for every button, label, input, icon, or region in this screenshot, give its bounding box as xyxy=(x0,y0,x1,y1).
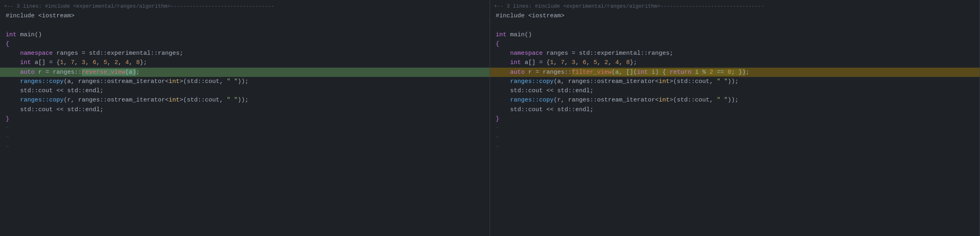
code-line-1 xyxy=(490,21,980,30)
code-line-9: ranges::copy(r, ranges::ostream_iterator… xyxy=(490,95,980,105)
code-line-2: int main() xyxy=(0,30,490,39)
left-diff-header: +-- 3 lines: #include <experimental/rang… xyxy=(0,2,490,11)
code-line-13: ~ xyxy=(0,133,490,142)
code-line-4: namespace ranges = std::experimental::ra… xyxy=(490,49,980,58)
code-line-5: int a[] = {1, 7, 3, 6, 5, 2, 4, 8}; xyxy=(0,58,490,67)
code-line-2: int main() xyxy=(490,30,980,39)
right-diff-header: +-- 3 lines: #include <experimental/rang… xyxy=(490,2,980,11)
left-pane: +-- 3 lines: #include <experimental/rang… xyxy=(0,0,490,236)
code-line-9: ranges::copy(r, ranges::ostream_iterator… xyxy=(0,95,490,105)
code-line-13: ~ xyxy=(490,133,980,142)
code-line-10: std::cout << std::endl; xyxy=(490,105,980,114)
code-line-6: auto r = ranges::filter_view(a, [](int i… xyxy=(490,68,980,77)
code-line-8: std::cout << std::endl; xyxy=(490,86,980,95)
code-line-1 xyxy=(0,21,490,30)
code-line-7: ranges::copy(a, ranges::ostream_iterator… xyxy=(0,77,490,86)
code-line-0: #include <iostream> xyxy=(490,11,980,21)
code-line-8: std::cout << std::endl; xyxy=(0,86,490,95)
code-line-3: { xyxy=(490,39,980,49)
code-line-4: namespace ranges = std::experimental::ra… xyxy=(0,49,490,58)
code-line-10: std::cout << std::endl; xyxy=(0,105,490,114)
code-line-7: ranges::copy(a, ranges::ostream_iterator… xyxy=(490,77,980,86)
code-line-11: } xyxy=(0,114,490,124)
code-line-12: ~ xyxy=(490,124,980,133)
code-line-11: } xyxy=(490,114,980,124)
code-line-14: ~ xyxy=(0,143,490,152)
code-line-12: ~ xyxy=(0,124,490,133)
code-line-5: int a[] = {1, 7, 3, 6, 5, 2, 4, 8}; xyxy=(490,58,980,67)
right-pane: +-- 3 lines: #include <experimental/rang… xyxy=(490,0,980,236)
code-line-14: ~ xyxy=(490,143,980,152)
code-line-3: { xyxy=(0,39,490,49)
code-line-6: auto r = ranges::reverse_view(a); xyxy=(0,68,490,77)
code-line-0: #include <iostream> xyxy=(0,11,490,21)
